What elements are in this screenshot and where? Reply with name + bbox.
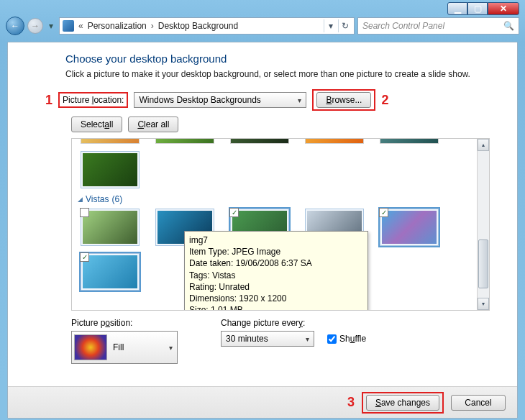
thumb-vistas-1-img — [83, 211, 137, 244]
maximize-button[interactable]: ▢ — [467, 2, 488, 15]
thumb-checkbox-6[interactable]: ✓ — [80, 252, 89, 262]
clear-all-button[interactable]: Clear all — [128, 117, 178, 132]
thumb-vistas-5[interactable]: ✓ — [380, 209, 439, 246]
change-interval-label: Change picture every: — [221, 318, 366, 328]
shuffle-label: Shuffle — [339, 334, 366, 344]
tooltip-line-1: img7 — [189, 234, 363, 246]
close-icon: ✕ — [500, 4, 507, 14]
category-count: (6) — [111, 194, 122, 204]
thumb-peek-2[interactable] — [155, 138, 214, 144]
thumb-checkbox-3[interactable]: ✓ — [229, 208, 239, 217]
change-interval-combo[interactable]: 30 minutes — [221, 331, 314, 347]
tooltip-line-7: Size: 1,01 MB — [189, 304, 363, 311]
maximize-icon: ▢ — [474, 4, 482, 14]
thumb-peek-3[interactable] — [230, 138, 289, 144]
scroll-down-button[interactable]: ▾ — [478, 298, 489, 310]
picture-position-label: Picture position: — [71, 318, 178, 328]
refresh-button[interactable]: ↻ — [338, 19, 351, 32]
category-vistas[interactable]: ◢ Vistas (6) — [78, 194, 483, 204]
expand-icon: ◢ — [78, 196, 83, 203]
tooltip-line-2: Item Type: JPEG Image — [189, 246, 363, 257]
picture-position-group: Picture position: Fill — [71, 318, 178, 364]
annotation-3: 3 — [347, 395, 355, 410]
shuffle-checkbox[interactable] — [327, 334, 337, 344]
address-bar[interactable]: « Personalization › Desktop Background ▾… — [59, 17, 355, 35]
titlebar: ▁ ▢ ✕ — [0, 0, 525, 14]
picture-location-label: Picture location: — [63, 95, 124, 105]
wallpaper-gallery: ◢ Vistas (6) ✓ — [71, 138, 490, 311]
search-icon: 🔍 — [503, 21, 514, 31]
thumb-fern-img — [83, 153, 137, 186]
breadcrumb-sep: › — [151, 21, 154, 31]
tooltip-line-6: Dimensions: 1920 x 1200 — [189, 293, 363, 304]
thumb-peek-5[interactable] — [380, 138, 439, 144]
tooltip-line-5: Rating: Unrated — [189, 281, 363, 293]
browse-button[interactable]: Browse... — [316, 92, 371, 108]
category-name: Vistas — [86, 194, 109, 204]
thumb-vistas-5-img — [382, 211, 437, 244]
breadcrumb-sep-root: « — [78, 21, 83, 31]
search-placeholder: Search Control Panel — [362, 21, 444, 31]
thumb-peek-1[interactable] — [81, 138, 140, 144]
gallery-scrollbar[interactable]: ▴ ▾ — [477, 139, 489, 310]
picture-position-combo[interactable]: Fill — [71, 331, 178, 364]
picture-location-combo[interactable]: Windows Desktop Backgrounds — [134, 92, 306, 108]
thumb-vistas-6-img — [83, 255, 137, 288]
tooltip-line-3: Date taken: 19/06/2008 6:37 SA — [189, 257, 363, 269]
thumb-checkbox-1[interactable] — [80, 208, 89, 217]
change-interval-group: Change picture every: 30 minutes Shuffle — [221, 318, 366, 364]
thumb-fern[interactable] — [81, 151, 140, 188]
scroll-thumb[interactable] — [478, 239, 488, 288]
content-area: Choose your desktop background Click a p… — [8, 42, 517, 418]
thumb-vistas-6[interactable]: ✓ — [81, 253, 140, 291]
tooltip-line-4: Tags: Vistas — [189, 270, 363, 281]
page-subtitle: Click a picture to make it your desktop … — [65, 69, 504, 79]
breadcrumb-desktop-background[interactable]: Desktop Background — [158, 21, 238, 31]
thumb-vistas-1[interactable] — [81, 209, 140, 246]
back-button[interactable]: ← — [6, 17, 24, 35]
cancel-button[interactable]: Cancel — [451, 395, 506, 411]
page-title: Choose your desktop background — [65, 52, 504, 65]
back-arrow-icon: ← — [11, 21, 19, 31]
minimize-button[interactable]: ▁ — [447, 2, 467, 15]
history-dropdown[interactable]: ▾ — [46, 21, 56, 31]
forward-arrow-icon: → — [31, 21, 40, 31]
search-input[interactable]: Search Control Panel 🔍 — [357, 17, 519, 35]
content-panel: Choose your desktop background Click a p… — [7, 42, 518, 419]
position-preview-icon — [74, 334, 107, 360]
window-frame: ▁ ▢ ✕ ← → ▾ « Personalization › Desktop … — [0, 0, 525, 420]
shuffle-option[interactable]: Shuffle — [327, 334, 366, 344]
thumb-peek-4[interactable] — [305, 138, 364, 144]
navbar: ← → ▾ « Personalization › Desktop Backgr… — [0, 14, 525, 37]
forward-button[interactable]: → — [27, 18, 43, 34]
tooltip: img7 Item Type: JPEG Image Date taken: 1… — [184, 231, 368, 311]
picture-position-value: Fill — [113, 342, 124, 352]
change-interval-value: 30 minutes — [226, 334, 268, 344]
save-changes-button[interactable]: Save changes — [366, 395, 439, 411]
highlight-picture-location: Picture location: — [58, 92, 128, 108]
window-control-group: ▁ ▢ ✕ — [447, 2, 519, 15]
thumb-checkbox-5[interactable]: ✓ — [379, 208, 388, 217]
minimize-icon: ▁ — [455, 4, 461, 14]
close-button[interactable]: ✕ — [488, 2, 519, 15]
select-all-button[interactable]: Select all — [71, 117, 122, 132]
location-icon — [63, 20, 74, 32]
scroll-up-button[interactable]: ▴ — [478, 139, 489, 151]
annotation-2: 2 — [381, 93, 388, 108]
annotation-1: 1 — [45, 93, 52, 108]
highlight-browse: Browse... — [312, 89, 375, 111]
picture-location-value: Windows Desktop Backgrounds — [139, 95, 260, 105]
footer: 3 Save changes Cancel — [8, 386, 517, 418]
highlight-save: Save changes — [362, 392, 444, 414]
address-dropdown[interactable]: ▾ — [324, 19, 337, 32]
breadcrumb-personalization[interactable]: Personalization — [88, 21, 147, 31]
